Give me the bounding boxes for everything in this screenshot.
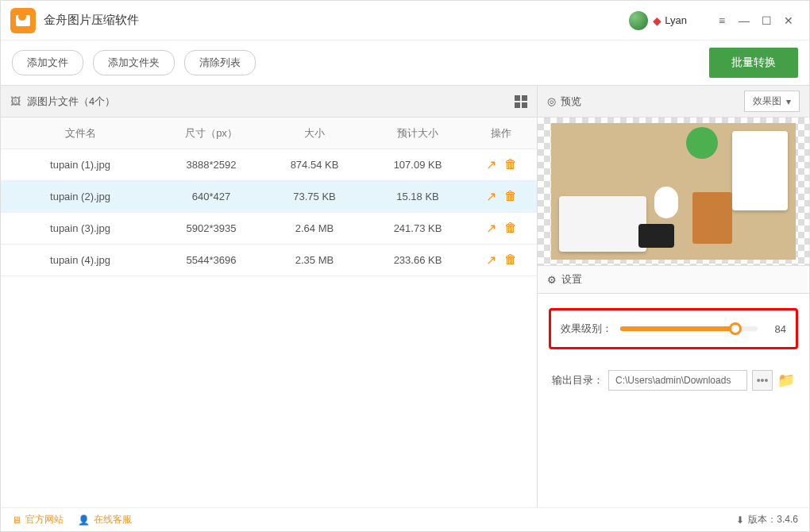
export-icon[interactable]: ↗ (486, 189, 496, 204)
user-name: Lyan (665, 14, 687, 26)
delete-icon[interactable]: 🗑 (504, 157, 517, 172)
table-header: 文件名 尺寸（px） 大小 预计大小 操作 (1, 118, 537, 149)
preview-mode-dropdown[interactable]: 效果图 ▾ (744, 91, 800, 112)
cell-name: tupain (4).jpg (1, 254, 160, 266)
toolbar: 添加文件 添加文件夹 清除列表 批量转换 (1, 40, 809, 85)
preview-header: ◎ 预览 效果图 ▾ (538, 86, 809, 118)
col-est: 预计大小 (366, 126, 469, 141)
table-row[interactable]: tupain (3).jpg5902*39352.64 MB241.73 KB↗… (1, 213, 537, 245)
batch-convert-button[interactable]: 批量转换 (709, 48, 798, 78)
clear-list-button[interactable]: 清除列表 (184, 50, 256, 75)
app-logo-icon (10, 8, 36, 33)
gem-icon: ◆ (653, 14, 662, 27)
user-avatar[interactable] (629, 11, 648, 30)
quality-slider-row: 效果级别： 84 (549, 308, 798, 349)
monitor-icon: 🖥 (12, 515, 21, 526)
cell-size: 2.64 MB (263, 222, 366, 234)
col-name: 文件名 (1, 126, 160, 141)
footer: 🖥 官方网站 👤 在线客服 ⬇ 版本：3.4.6 (1, 507, 809, 531)
version-label: ⬇ 版本：3.4.6 (736, 513, 798, 526)
export-icon[interactable]: ↗ (486, 157, 496, 172)
delete-icon[interactable]: 🗑 (504, 221, 517, 236)
official-site-link[interactable]: 🖥 官方网站 (12, 513, 64, 526)
cell-name: tupain (3).jpg (1, 222, 160, 234)
close-button[interactable]: ✕ (777, 10, 800, 32)
file-list-panel: 🖼 源图片文件（4个） 文件名 尺寸（px） 大小 预计大小 操作 tupain… (1, 86, 538, 509)
preview-image (538, 118, 809, 265)
browse-button[interactable]: ••• (752, 370, 773, 391)
output-path-input[interactable]: C:\Users\admin\Downloads (608, 370, 747, 391)
file-count-label: 源图片文件（4个） (27, 94, 115, 109)
app-title: 金舟图片压缩软件 (44, 13, 139, 28)
table-row[interactable]: tupain (1).jpg3888*2592874.54 KB107.09 K… (1, 149, 537, 181)
cell-est: 233.66 KB (366, 254, 469, 266)
menu-button[interactable]: ≡ (711, 10, 733, 32)
table-row[interactable]: tupain (4).jpg5544*36962.35 MB233.66 KB↗… (1, 245, 537, 276)
quality-label: 效果级别： (561, 322, 612, 336)
cell-size: 2.35 MB (263, 254, 366, 266)
person-icon: 👤 (78, 515, 90, 526)
file-list-header: 🖼 源图片文件（4个） (1, 86, 537, 118)
image-icon: 🖼 (10, 95, 21, 107)
cell-est: 241.73 KB (366, 222, 469, 234)
export-icon[interactable]: ↗ (486, 221, 496, 236)
table-row[interactable]: tupain (2).jpg640*42773.75 KB15.18 KB↗🗑 (1, 181, 537, 213)
cell-dim: 3888*2592 (160, 159, 263, 171)
gear-icon: ⚙ (547, 274, 557, 286)
settings-header: ⚙ 设置 (538, 265, 809, 294)
eye-icon: ◎ (547, 95, 556, 107)
delete-icon[interactable]: 🗑 (504, 253, 517, 268)
open-folder-icon[interactable]: 📁 (777, 372, 795, 389)
col-ops: 操作 (469, 126, 533, 141)
slider-thumb[interactable] (729, 322, 742, 335)
col-dim: 尺寸（px） (160, 126, 263, 141)
output-row: 输出目录： C:\Users\admin\Downloads ••• 📁 (549, 370, 798, 391)
settings-label: 设置 (561, 272, 582, 287)
cell-size: 73.75 KB (263, 191, 366, 202)
output-label: 输出目录： (552, 373, 604, 387)
maximize-button[interactable]: ☐ (755, 10, 777, 32)
cell-dim: 5544*3696 (160, 254, 263, 266)
col-size: 大小 (263, 126, 366, 141)
export-icon[interactable]: ↗ (486, 253, 496, 268)
chevron-down-icon: ▾ (786, 96, 791, 107)
support-link[interactable]: 👤 在线客服 (78, 513, 132, 526)
cell-name: tupain (1).jpg (1, 159, 160, 171)
quality-slider[interactable] (620, 326, 758, 331)
cell-dim: 640*427 (160, 191, 263, 202)
add-folder-button[interactable]: 添加文件夹 (93, 50, 175, 75)
cell-est: 107.09 KB (366, 159, 469, 171)
add-file-button[interactable]: 添加文件 (12, 50, 83, 75)
titlebar: 金舟图片压缩软件 ◆ Lyan ≡ — ☐ ✕ (1, 1, 809, 40)
download-icon: ⬇ (736, 515, 744, 526)
grid-view-icon[interactable] (515, 95, 527, 108)
dropdown-label: 效果图 (753, 94, 781, 108)
cell-name: tupain (2).jpg (1, 191, 160, 202)
cell-est: 15.18 KB (366, 191, 469, 202)
preview-label: 预览 (561, 94, 581, 109)
quality-value: 84 (766, 323, 786, 335)
preview-settings-panel: ◎ 预览 效果图 ▾ ⚙ 设置 效果级别： (538, 86, 809, 509)
cell-dim: 5902*3935 (160, 222, 263, 234)
cell-size: 874.54 KB (263, 159, 366, 171)
delete-icon[interactable]: 🗑 (504, 189, 517, 204)
minimize-button[interactable]: — (733, 10, 755, 32)
